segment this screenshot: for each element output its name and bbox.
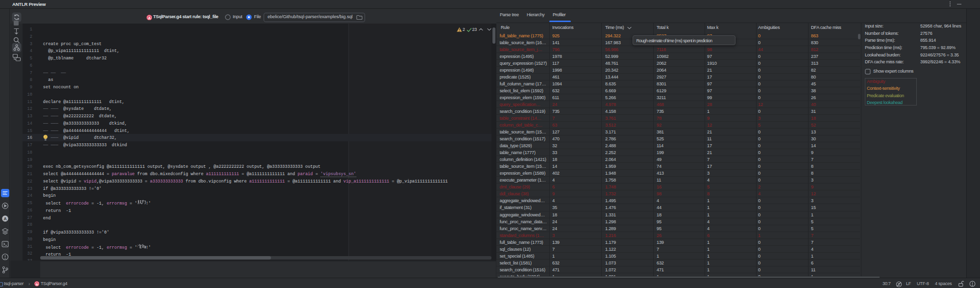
svg-text:A: A (148, 16, 150, 20)
svg-text:A: A (3, 216, 6, 221)
svg-text:A: A (35, 283, 38, 286)
